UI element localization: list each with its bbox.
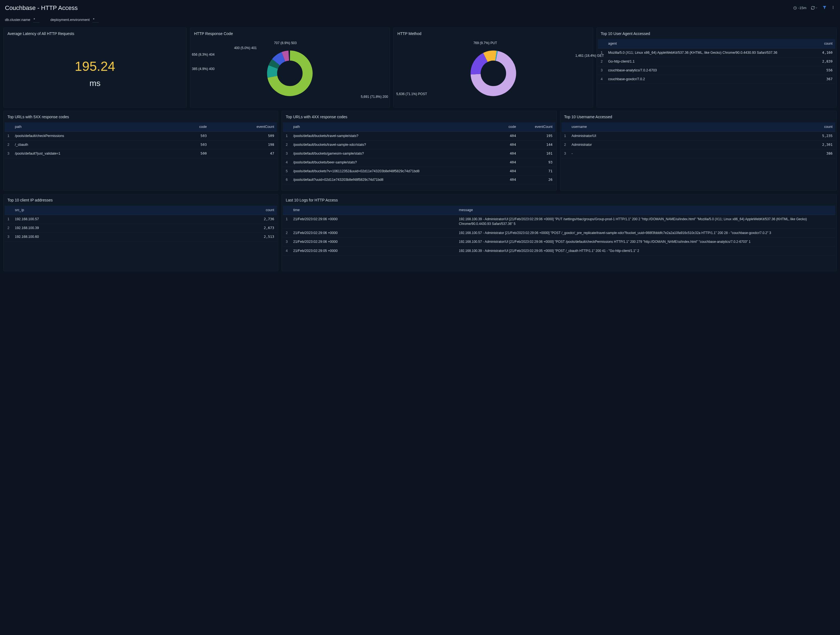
table-row[interactable]: 2Administrator2,301 <box>562 140 835 149</box>
table-row[interactable]: 3couchbase-analytics/7.0.2-6703556 <box>598 66 835 75</box>
table-row[interactable]: 1/pools/default/checkPermissions503509 <box>5 132 277 140</box>
cell-ev: 93 <box>519 158 555 167</box>
col-time[interactable]: time <box>291 206 456 215</box>
panel-latency: Average Latency of All HTTP Requests 195… <box>3 28 187 107</box>
cell-path: /pools/default/buckets/beer-sample/stats… <box>291 158 498 167</box>
col-message[interactable]: message <box>456 206 835 215</box>
cell-count: 556 <box>816 66 835 75</box>
col-username[interactable]: username <box>568 122 743 131</box>
chevron-down-icon <box>815 6 818 9</box>
cell-msg: 192.168.100.57 - Administrator/UI [21/Fe… <box>456 238 835 246</box>
table-row[interactable]: 1Administrator/UI5,235 <box>562 132 835 140</box>
table-row[interactable]: 121/Feb/2023:02:29:06 +0000192.168.100.3… <box>283 215 835 229</box>
cell-path: /pools/default/buckets?v=106112352&uuid=… <box>291 167 498 176</box>
table-row[interactable]: 3/pools/default?just_validate=150047 <box>5 149 277 158</box>
cell-path: /pools/default/buckets/travel-sample/sta… <box>291 132 498 140</box>
row-index: 2 <box>5 140 12 149</box>
table-row[interactable]: 3192.168.100.602,513 <box>5 232 277 241</box>
row-index: 4 <box>283 246 291 255</box>
col-code[interactable]: code <box>172 122 209 131</box>
row-index: 1 <box>5 132 12 140</box>
refresh-button[interactable] <box>811 6 818 10</box>
col-count[interactable]: count <box>184 206 277 215</box>
cell-time: 21/Feb/2023:02:29:06 +0000 <box>291 238 456 246</box>
table-row[interactable]: 4/pools/default/buckets/beer-sample/stat… <box>283 158 555 167</box>
more-vertical-icon <box>831 5 835 9</box>
col-count[interactable]: count <box>816 39 835 48</box>
col-agent[interactable]: agent <box>605 39 816 48</box>
table-row[interactable]: 2/_cbauth503198 <box>5 140 277 149</box>
slice-label-404: 656 (8.3%) 404 <box>192 52 208 57</box>
panel-4xx-urls: Top URLs with 4XX response codes pathcod… <box>281 111 556 191</box>
cell-path: /pools/default/buckets/travel-sample-xdc… <box>291 140 498 149</box>
cell-user: Administrator <box>568 140 743 149</box>
table-row[interactable]: 3/pools/default/buckets/gamesim-sample/s… <box>283 149 555 158</box>
table-row[interactable]: 2Go-http-client/1.12,839 <box>598 57 835 66</box>
table-ips[interactable]: src_ipcount 1192.168.100.572,7362192.168… <box>5 206 277 241</box>
cell-code: 404 <box>498 140 519 149</box>
cell-ev: 26 <box>519 176 555 184</box>
cell-ip: 192.168.100.57 <box>12 215 184 224</box>
cell-code: 500 <box>172 149 209 158</box>
slice-label-put: 769 (9.7%) PUT <box>473 41 497 45</box>
time-range-label: -15m <box>798 6 806 11</box>
filter-button[interactable] <box>823 5 827 11</box>
more-button[interactable] <box>831 5 835 11</box>
row-index: 3 <box>5 149 12 158</box>
table-row[interactable]: 321/Feb/2023:02:29:06 +0000192.168.100.5… <box>283 238 835 246</box>
slice-label-get: 1,461 (18.4%) GET <box>575 54 592 58</box>
cell-count: 2,301 <box>744 140 835 149</box>
cell-ev: 71 <box>519 167 555 176</box>
table-row[interactable]: 4couchbase-goxdcr/7.0.2367 <box>598 75 835 84</box>
filter-environment[interactable]: deployment.environment* <box>51 17 99 23</box>
table-row[interactable]: 221/Feb/2023:02:29:06 +0000192.168.100.5… <box>283 228 835 237</box>
row-index: 2 <box>5 224 12 232</box>
time-picker[interactable]: -15m <box>793 6 806 11</box>
table-logs[interactable]: timemessage 121/Feb/2023:02:29:06 +00001… <box>283 206 835 255</box>
refresh-icon <box>811 6 815 10</box>
panel-response-code: HTTP Response Code 707 (8.9%) 503 400 (5… <box>190 28 390 107</box>
col-code[interactable]: code <box>498 122 519 131</box>
table-user-agents[interactable]: agentcount 1Mozilla/5.0 (X11; Linux x86_… <box>598 39 835 84</box>
panel-title: Top 10 User Agent Accessed <box>597 28 837 39</box>
donut-response-code[interactable] <box>267 50 313 97</box>
table-row[interactable]: 1/pools/default/buckets/travel-sample/st… <box>283 132 555 140</box>
cell-path: /pools/default?uuid=02d11e743203b8ef48f5… <box>291 176 498 184</box>
col-srcip[interactable]: src_ip <box>12 206 184 215</box>
table-5xx[interactable]: pathcodeeventCount 1/pools/default/check… <box>5 122 277 158</box>
table-row[interactable]: 6/pools/default?uuid=02d11e743203b8ef48f… <box>283 176 555 184</box>
cell-time: 21/Feb/2023:02:29:06 +0000 <box>291 215 456 229</box>
table-usernames[interactable]: usernamecount 1Administrator/UI5,2352Adm… <box>562 122 835 158</box>
row-index: 1 <box>283 132 291 140</box>
cell-msg: 192.168.100.39 - Administrator/UI [21/Fe… <box>456 246 835 255</box>
row-index: 2 <box>562 140 569 149</box>
cell-msg: 192.168.100.57 - Administrator [21/Feb/2… <box>456 228 835 237</box>
col-path[interactable]: path <box>291 122 498 131</box>
cell-code: 503 <box>172 132 209 140</box>
col-path[interactable]: path <box>12 122 172 131</box>
table-row[interactable]: 5/pools/default/buckets?v=106112352&uuid… <box>283 167 555 176</box>
row-index: 6 <box>283 176 291 184</box>
cell-path: /_cbauth <box>12 140 172 149</box>
table-row[interactable]: 421/Feb/2023:02:29:05 +0000192.168.100.3… <box>283 246 835 255</box>
cell-count: 2,839 <box>816 57 835 66</box>
cell-ev: 144 <box>519 140 555 149</box>
table-row[interactable]: 2192.168.100.392,673 <box>5 224 277 232</box>
donut-http-method[interactable] <box>470 50 517 97</box>
table-row[interactable]: 2/pools/default/buckets/travel-sample-xd… <box>283 140 555 149</box>
table-row[interactable]: 1192.168.100.572,736 <box>5 215 277 224</box>
col-count[interactable]: count <box>744 122 835 131</box>
slice-label-200: 5,691 (71.8%) 200 <box>361 95 388 99</box>
table-row[interactable]: 3-386 <box>562 149 835 158</box>
filter-cluster[interactable]: db.cluster.name* <box>5 17 39 23</box>
panel-client-ips: Top 10 client IP addresses src_ipcount 1… <box>3 194 278 271</box>
cell-count: 2,673 <box>184 224 277 232</box>
row-index: 4 <box>283 158 291 167</box>
table-4xx[interactable]: pathcodeeventCount 1/pools/default/bucke… <box>283 122 555 184</box>
col-eventcount[interactable]: eventCount <box>519 122 555 131</box>
svg-point-1 <box>833 6 834 6</box>
cell-user: Administrator/UI <box>568 132 743 140</box>
table-row[interactable]: 1Mozilla/5.0 (X11; Linux x86_64) AppleWe… <box>598 49 835 57</box>
col-eventcount[interactable]: eventCount <box>210 122 277 131</box>
latency-value: 195.24 <box>75 58 115 76</box>
